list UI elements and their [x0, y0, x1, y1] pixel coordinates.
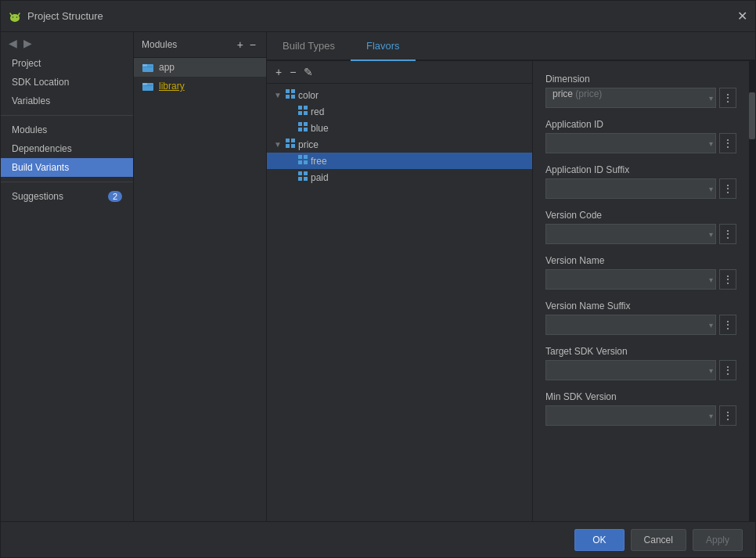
properties-panel: Dimension price (price) ▾ ⋮: [533, 61, 749, 521]
right-side: Build Types Flavors + − ✎ ▼: [267, 32, 755, 521]
sidebar-item-suggestions[interactable]: Suggestions 2: [1, 187, 133, 206]
tree-add-button[interactable]: +: [273, 66, 284, 78]
prop-group-version-name: Version Name ▾ ⋮: [545, 255, 736, 290]
svg-rect-17: [304, 106, 308, 110]
main-content: ◀ ▶ Project SDK Location Variables Modul…: [1, 32, 755, 521]
prop-edit-btn-application-id-suffix[interactable]: ⋮: [719, 178, 736, 199]
tree-remove-button[interactable]: −: [287, 66, 298, 78]
scrollbar-thumb[interactable]: [749, 92, 755, 139]
tree-edit-button[interactable]: ✎: [301, 66, 315, 78]
modules-header: Modules + −: [134, 32, 266, 58]
svg-rect-31: [304, 160, 308, 164]
svg-rect-14: [286, 95, 290, 99]
tree-arrow-price: ▼: [273, 140, 283, 149]
prop-label-application-id: Application ID: [545, 119, 736, 130]
android-logo-icon: [9, 10, 21, 23]
sidebar-item-variables[interactable]: Variables: [1, 92, 133, 110]
prop-input-dimension[interactable]: price (price): [545, 88, 716, 108]
prop-label-version-name: Version Name: [545, 255, 736, 266]
tree-item-red[interactable]: red: [267, 103, 532, 120]
tab-build-types[interactable]: Build Types: [267, 32, 351, 61]
prop-group-min-sdk-version: Min SDK Version ▾ ⋮: [545, 391, 736, 426]
prop-input-version-name[interactable]: [545, 269, 716, 290]
prop-input-wrap-version-name: ▾: [545, 269, 716, 290]
svg-rect-28: [298, 155, 302, 159]
suggestions-badge: 2: [108, 191, 122, 202]
svg-rect-11: [143, 85, 153, 86]
prop-group-version-code: Version Code ▾ ⋮: [545, 210, 736, 244]
sidebar-item-modules[interactable]: Modules: [1, 121, 133, 139]
tree-item-paid[interactable]: paid: [267, 169, 532, 185]
ok-button[interactable]: OK: [574, 529, 624, 551]
left-sidebar: ◀ ▶ Project SDK Location Variables Modul…: [1, 32, 134, 521]
svg-rect-22: [298, 128, 302, 131]
tree-panel: + − ✎ ▼: [267, 61, 533, 521]
app-folder-icon: [142, 61, 154, 74]
prop-input-version-name-suffix[interactable]: [545, 315, 716, 335]
svg-rect-33: [304, 171, 308, 175]
svg-rect-29: [304, 155, 308, 159]
modules-toolbar: + −: [235, 38, 258, 51]
close-button[interactable]: ✕: [736, 11, 747, 22]
tree-item-color[interactable]: ▼ color: [267, 87, 532, 103]
module-item-library[interactable]: library: [134, 77, 266, 95]
prop-input-application-id[interactable]: [545, 133, 716, 153]
tabs-bar: Build Types Flavors: [267, 32, 755, 61]
svg-rect-24: [286, 139, 290, 142]
prop-input-target-sdk-version[interactable]: [545, 360, 716, 380]
prop-input-min-sdk-version[interactable]: [545, 405, 716, 426]
scrollbar-track[interactable]: [749, 61, 755, 521]
tree-item-blue[interactable]: blue: [267, 120, 532, 136]
prop-group-dimension: Dimension price (price) ▾ ⋮: [545, 74, 736, 108]
svg-line-3: [18, 13, 20, 16]
remove-module-button[interactable]: −: [247, 38, 258, 51]
prop-edit-btn-target-sdk-version[interactable]: ⋮: [719, 360, 736, 380]
prop-input-wrap-version-code: ▾: [545, 224, 716, 244]
project-structure-dialog: Project Structure ✕ ◀ ▶ Project SDK Loca…: [0, 0, 756, 558]
window-controls: ✕: [736, 11, 747, 22]
svg-rect-26: [286, 144, 290, 148]
prop-row-min-sdk-version: ▾ ⋮: [545, 405, 736, 426]
module-item-app[interactable]: app: [134, 58, 266, 77]
svg-rect-21: [304, 122, 308, 126]
forward-button[interactable]: ▶: [22, 37, 34, 49]
add-module-button[interactable]: +: [235, 38, 246, 51]
prop-row-target-sdk-version: ▾ ⋮: [545, 360, 736, 380]
cancel-button[interactable]: Cancel: [631, 529, 686, 551]
svg-rect-35: [304, 177, 308, 181]
tree-body: ▼ color: [267, 84, 532, 521]
svg-rect-10: [142, 83, 147, 85]
tab-flavors[interactable]: Flavors: [351, 32, 416, 61]
prop-input-application-id-suffix[interactable]: [545, 178, 716, 199]
sidebar-item-project[interactable]: Project: [1, 54, 133, 73]
prop-edit-btn-min-sdk-version[interactable]: ⋮: [719, 405, 736, 426]
svg-rect-7: [142, 64, 147, 67]
prop-input-version-code[interactable]: [545, 224, 716, 244]
prop-row-version-name-suffix: ▾ ⋮: [545, 315, 736, 335]
dialog-title: Project Structure: [27, 10, 736, 22]
prop-edit-btn-application-id[interactable]: ⋮: [719, 133, 736, 153]
tree-item-price[interactable]: ▼ price: [267, 136, 532, 153]
sidebar-item-build-variants[interactable]: Build Variants: [1, 158, 133, 177]
svg-rect-30: [298, 160, 302, 164]
modules-panel: Modules + − app: [134, 32, 267, 521]
prop-edit-btn-dimension[interactable]: ⋮: [719, 88, 736, 108]
svg-rect-18: [298, 111, 302, 115]
prop-input-wrap-application-id: ▾: [545, 133, 716, 153]
prop-input-wrap-target-sdk-version: ▾: [545, 360, 716, 380]
sidebar-item-dependencies[interactable]: Dependencies: [1, 139, 133, 158]
grid-icon-red: [298, 106, 308, 117]
svg-point-4: [13, 16, 14, 18]
apply-button[interactable]: Apply: [693, 529, 743, 551]
prop-edit-btn-version-name[interactable]: ⋮: [719, 269, 736, 290]
svg-rect-1: [11, 16, 19, 20]
prop-edit-btn-version-code[interactable]: ⋮: [719, 224, 736, 244]
back-button[interactable]: ◀: [7, 37, 19, 49]
prop-group-version-name-suffix: Version Name Suffix ▾ ⋮: [545, 301, 736, 335]
sidebar-item-sdk-location[interactable]: SDK Location: [1, 73, 133, 92]
svg-rect-34: [298, 177, 302, 181]
suggestions-label: Suggestions: [12, 191, 63, 202]
tree-item-free[interactable]: free: [267, 153, 532, 169]
prop-label-min-sdk-version: Min SDK Version: [545, 391, 736, 402]
prop-edit-btn-version-name-suffix[interactable]: ⋮: [719, 315, 736, 335]
